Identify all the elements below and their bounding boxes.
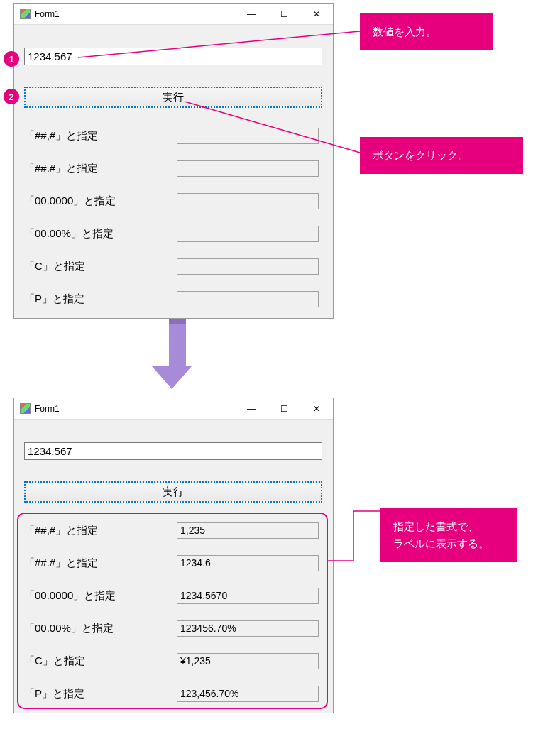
window-title: Form1 — [35, 404, 60, 414]
output-6 — [177, 291, 319, 307]
callout-result: 指定した書式で、ラベルに表示する。 — [380, 508, 517, 562]
step-badge-1: 1 — [4, 51, 19, 67]
form-icon — [20, 9, 31, 19]
number-input[interactable]: 1234.567 — [24, 442, 322, 460]
format-label-2: 「##.#」と指定 — [24, 162, 177, 175]
step-badge-2: 2 — [4, 89, 19, 104]
format-label-6: 「P」と指定 — [24, 687, 177, 701]
titlebar: Form1 — ☐ ✕ — [14, 4, 333, 25]
output-1 — [177, 128, 319, 144]
format-label-5: 「C」と指定 — [24, 260, 177, 273]
flow-arrow-icon — [163, 319, 192, 389]
maximize-button[interactable]: ☐ — [268, 4, 300, 24]
window-title: Form1 — [35, 9, 60, 19]
format-label-3: 「00.0000」と指定 — [24, 589, 177, 603]
output-1: 1,235 — [177, 522, 319, 539]
execute-button[interactable]: 実行 — [24, 481, 322, 503]
format-label-5: 「C」と指定 — [24, 654, 177, 668]
output-2 — [177, 160, 319, 177]
output-3 — [177, 193, 319, 209]
number-input[interactable]: 1234.567 — [24, 48, 322, 65]
window-after: Form1 — ☐ ✕ 1234.567 実行 「##,#」と指定1,235 「… — [13, 398, 334, 713]
execute-button[interactable]: 実行 — [24, 87, 322, 108]
format-label-1: 「##,#」と指定 — [24, 129, 177, 143]
output-4: 123456.70% — [177, 620, 319, 637]
output-3: 1234.5670 — [177, 588, 319, 604]
format-label-2: 「##.#」と指定 — [24, 557, 177, 570]
format-label-6: 「P」と指定 — [24, 292, 177, 306]
output-2: 1234.6 — [177, 555, 319, 571]
minimize-button[interactable]: — — [235, 4, 268, 24]
format-label-1: 「##,#」と指定 — [24, 524, 177, 537]
window-before: Form1 — ☐ ✕ 1234.567 実行 「##,#」と指定 「##.#」… — [13, 3, 334, 319]
titlebar: Form1 — ☐ ✕ — [14, 398, 333, 420]
callout-input: 数値を入力。 — [360, 13, 493, 50]
close-button[interactable]: ✕ — [300, 4, 333, 24]
output-4 — [177, 226, 319, 242]
callout-button: ボタンをクリック。 — [360, 137, 523, 174]
form-icon — [20, 403, 31, 414]
output-5: ¥1,235 — [177, 653, 319, 669]
output-5 — [177, 258, 319, 275]
close-button[interactable]: ✕ — [300, 398, 333, 419]
output-6: 123,456.70% — [177, 686, 319, 702]
format-label-3: 「00.0000」と指定 — [24, 195, 177, 208]
maximize-button[interactable]: ☐ — [268, 398, 300, 419]
format-label-4: 「00.00%」と指定 — [24, 622, 177, 635]
format-label-4: 「00.00%」と指定 — [24, 227, 177, 241]
minimize-button[interactable]: — — [235, 398, 268, 419]
